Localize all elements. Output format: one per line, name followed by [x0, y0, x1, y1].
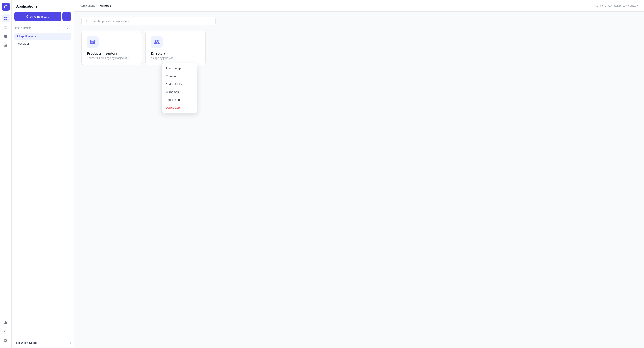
svg-rect-4	[4, 26, 8, 26]
menu-item-rename[interactable]: Rename app	[162, 65, 197, 72]
search-icon	[85, 20, 88, 23]
workspace-chevron-icon: ∨	[69, 341, 71, 345]
context-menu: Rename app Change Icon Add to folder Clo…	[162, 63, 197, 113]
create-btn-wrapper: Create new app ⋮	[14, 12, 71, 21]
sidebar-title: Applications	[14, 3, 71, 12]
create-new-app-button[interactable]: Create new app	[14, 12, 62, 21]
apps-grid: Products Inventory Edited 11 hours ago b…	[82, 31, 637, 65]
app-name-directory: Directory	[151, 51, 200, 55]
topbar: Applications › All apps Version 2.30.4-e…	[74, 0, 644, 12]
folders-header: FOLDERS(1) +	[14, 25, 71, 31]
version-text: Version 2.30.4-ee2.15.12-cloud2.3.6	[596, 4, 639, 7]
theme-icon[interactable]	[2, 328, 10, 336]
app-card-products-inventory[interactable]: Products Inventory Edited 11 hours ago b…	[82, 31, 142, 65]
nav-list-icon[interactable]	[2, 23, 10, 31]
icon-rail	[0, 0, 12, 348]
folders-label: FOLDERS(1)	[15, 27, 31, 29]
create-more-button[interactable]: ⋮	[62, 12, 71, 21]
app-card-directory[interactable]: Directory es ago by jnuasjad	[145, 31, 206, 65]
menu-item-change-icon[interactable]: Change Icon	[162, 72, 197, 80]
breadcrumb: Applications › All apps	[80, 4, 111, 7]
menu-item-export[interactable]: Export app	[162, 96, 197, 104]
search-input[interactable]	[90, 19, 212, 23]
app-meta-products-inventory: Edited 11 hours ago by iitasjad2001	[87, 56, 136, 60]
search-folder-button[interactable]	[64, 25, 70, 31]
menu-item-clone[interactable]: Clone app	[162, 88, 197, 96]
workspace-name: Test Work Space	[14, 341, 38, 345]
notifications-icon[interactable]	[2, 319, 10, 327]
breadcrumb-separator: ›	[97, 4, 98, 7]
sidebar-item-newfolder[interactable]: newfolder	[14, 40, 71, 47]
breadcrumb-parent[interactable]: Applications	[80, 4, 95, 7]
app-meta-directory: es ago by jnuasjad	[151, 56, 200, 60]
nav-plugins-icon[interactable]	[2, 41, 10, 49]
content-area: Products Inventory Edited 11 hours ago b…	[74, 12, 644, 348]
svg-rect-5	[4, 27, 8, 27]
menu-item-add-to-folder[interactable]: Add to folder	[162, 80, 197, 88]
sidebar-item-all-applications[interactable]: All applications	[14, 33, 71, 40]
logo-button[interactable]	[2, 3, 10, 11]
add-folder-button[interactable]: +	[58, 25, 64, 31]
svg-rect-2	[4, 19, 5, 20]
svg-rect-1	[6, 17, 7, 18]
menu-item-delete[interactable]: Delete app	[162, 104, 197, 111]
svg-rect-6	[4, 28, 8, 29]
breadcrumb-current: All apps	[100, 4, 111, 7]
nav-database-icon[interactable]	[2, 32, 10, 40]
app-icon-products-inventory	[87, 36, 98, 48]
sidebar: Applications Create new app ⋮ FOLDERS(1)…	[12, 0, 74, 348]
main-content: Applications › All apps Version 2.30.4-e…	[74, 0, 644, 348]
settings-icon[interactable]	[2, 336, 10, 345]
workspace-footer[interactable]: Test Work Space ∨	[14, 338, 71, 345]
app-name-products-inventory: Products Inventory	[87, 51, 136, 55]
search-bar[interactable]	[82, 17, 216, 25]
folders-actions: +	[58, 25, 70, 31]
svg-rect-3	[6, 19, 7, 20]
svg-rect-0	[4, 17, 5, 18]
app-icon-directory	[151, 36, 162, 48]
nav-apps-icon[interactable]	[2, 14, 10, 22]
